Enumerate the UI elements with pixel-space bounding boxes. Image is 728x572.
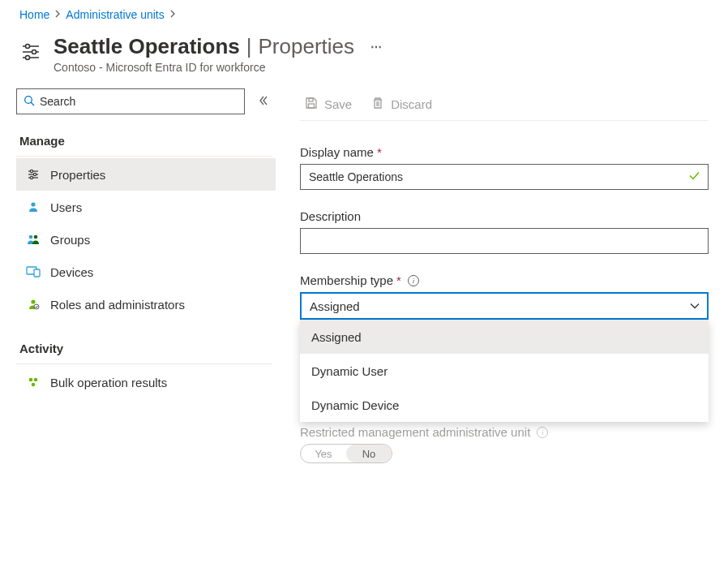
svg-line-7 [31,102,34,105]
sliders-icon [19,41,42,63]
nav-label: Groups [50,233,90,247]
svg-point-16 [34,235,38,239]
chevron-down-icon [689,299,700,313]
discard-button[interactable]: Discard [371,97,432,112]
breadcrumb: Home Administrative units [0,0,728,28]
svg-point-19 [31,299,35,303]
description-input[interactable] [300,228,709,254]
svg-point-15 [29,235,33,239]
membership-type-label: Membership type [300,273,393,287]
svg-point-21 [29,378,33,382]
svg-rect-25 [309,104,315,108]
description-label: Description [300,209,361,223]
sidebar-section-manage: Manage [16,129,272,157]
svg-point-9 [30,170,32,172]
toggle-no[interactable]: No [346,445,392,462]
nav-bulk-results[interactable]: Bulk operation results [16,366,276,398]
membership-type-dropdown: Assigned Dynamic User Dynamic Device [300,320,709,422]
display-name-input[interactable] [300,164,709,190]
required-indicator: * [396,273,401,287]
svg-point-1 [26,45,30,49]
nav-label: Bulk operation results [50,376,167,389]
breadcrumb-home[interactable]: Home [19,8,49,21]
sidebar: Manage Properties Users [0,88,276,483]
collapse-sidebar-button[interactable] [258,95,269,109]
info-icon[interactable]: i [537,427,548,438]
membership-type-select[interactable]: Assigned [300,292,709,320]
search-input-wrapper[interactable] [16,88,245,114]
option-assigned[interactable]: Assigned [300,320,709,354]
display-name-label: Display name [300,145,374,159]
page-header: Seattle Operations | Properties ⋯ Contos… [0,28,728,88]
svg-point-22 [34,378,38,382]
title-separator: | [246,34,252,59]
nav-label: Users [50,200,82,214]
svg-point-6 [25,96,32,103]
svg-point-23 [32,383,36,387]
svg-point-11 [33,173,36,175]
save-icon [305,97,318,112]
svg-point-13 [30,176,32,178]
option-dynamic-user[interactable]: Dynamic User [300,354,709,388]
restricted-mgmt-label: Restricted management administrative uni… [300,425,530,439]
save-label: Save [324,97,352,111]
nav-groups[interactable]: Groups [16,223,276,256]
devices-icon [26,264,41,279]
sliders-icon [26,167,41,182]
membership-type-value: Assigned [310,299,360,313]
nav-devices[interactable]: Devices [16,256,276,288]
trash-icon [371,97,384,112]
option-dynamic-device[interactable]: Dynamic Device [300,388,709,422]
svg-point-5 [26,56,30,60]
restricted-mgmt-toggle[interactable]: Yes No [300,444,392,463]
sidebar-section-activity: Activity [16,337,272,364]
search-input[interactable] [40,95,238,108]
group-icon [26,232,41,247]
nav-properties[interactable]: Properties [16,158,276,191]
main-content: Save Discard Display name * [276,88,728,483]
page-subtitle: Contoso - Microsoft Entra ID for workfor… [54,61,383,74]
info-icon[interactable]: i [408,275,419,286]
page-section: Properties [259,34,355,59]
bulk-icon [26,375,41,389]
checkmark-icon [687,170,700,185]
svg-point-3 [32,50,36,54]
svg-rect-18 [34,269,40,277]
more-button[interactable]: ⋯ [370,41,383,54]
svg-point-14 [31,202,35,206]
nav-label: Properties [50,168,105,182]
toggle-yes[interactable]: Yes [301,445,346,462]
chevron-right-icon [54,10,61,19]
required-indicator: * [377,145,382,159]
discard-label: Discard [391,97,432,111]
nav-users[interactable]: Users [16,191,276,223]
breadcrumb-admin-units[interactable]: Administrative units [66,8,164,21]
svg-point-20 [34,304,39,309]
chevron-right-icon [169,10,176,19]
admin-icon [26,297,41,312]
svg-rect-24 [309,98,313,101]
nav-label: Roles and administrators [50,298,185,312]
nav-label: Devices [50,265,93,279]
nav-roles[interactable]: Roles and administrators [16,288,276,320]
save-button[interactable]: Save [305,97,352,112]
search-icon [24,95,35,109]
toolbar: Save Discard [300,88,709,121]
page-title: Seattle Operations [54,34,240,59]
user-icon [26,200,41,214]
